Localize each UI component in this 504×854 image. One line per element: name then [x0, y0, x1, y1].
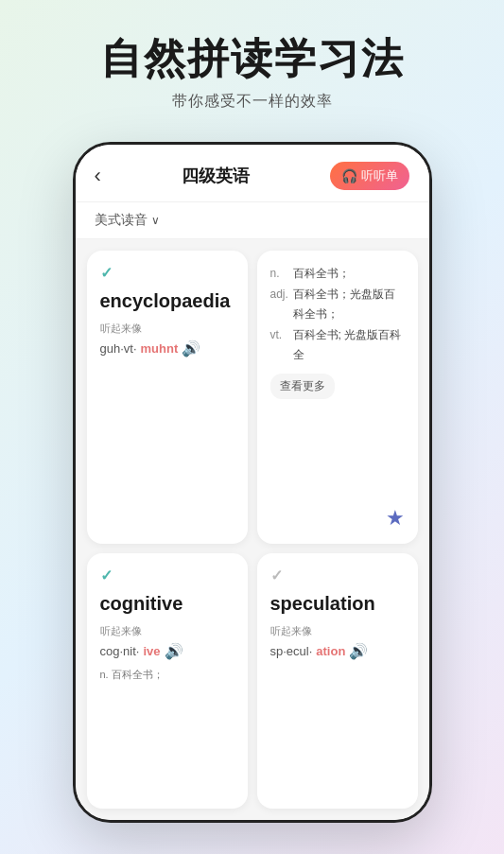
phone-screen: ‹ 四级英语 🎧 听听单 美式读音 ∨ ✓ encyclopaedia 听起来像…: [76, 145, 429, 820]
phonetic-before-speculation: sp·ecul·: [270, 644, 313, 658]
word-card-speculation: ✓ speculation 听起来像 sp·ecul·ation 🔊: [257, 553, 418, 809]
def-line-vt: vt. 百科全书; 光盘版百科全: [270, 325, 405, 366]
listen-label: 听听单: [361, 167, 398, 184]
phonetic-stress-speculation: ation: [316, 644, 345, 658]
pronunciation-label: 美式读音: [95, 212, 148, 229]
word-card-cognitive: ✓ cognitive 听起来像 cog·nit·ive 🔊 n. 百科全书；: [87, 553, 248, 809]
word-speculation: speculation: [270, 592, 405, 615]
back-button[interactable]: ‹: [95, 164, 101, 188]
pronunciation-bar[interactable]: 美式读音 ∨: [76, 202, 429, 239]
sub-title: 带你感受不一样的效率: [19, 92, 485, 112]
sound-icon-1[interactable]: 🔊: [182, 340, 200, 357]
app-header: ‹ 四级英语 🎧 听听单: [76, 145, 429, 202]
word-encyclopaedia: encyclopaedia: [100, 289, 235, 312]
def-tag-adj: adj.: [270, 285, 289, 325]
headphone-icon: 🎧: [341, 168, 357, 183]
bottom-def-cognitive: n. 百科全书；: [100, 668, 235, 682]
star-icon[interactable]: ★: [386, 506, 405, 531]
phonetic-stress-1: muhnt: [141, 341, 179, 356]
check-mark-cognitive: ✓: [100, 566, 235, 584]
def-text-vt: 百科全书; 光盘版百科全: [293, 325, 405, 366]
dropdown-arrow: ∨: [151, 214, 160, 227]
phone-frame: ‹ 四级英语 🎧 听听单 美式读音 ∨ ✓ encyclopaedia 听起来像…: [73, 142, 432, 823]
def-line-n: n. 百科全书；: [270, 264, 405, 285]
main-title: 自然拼读学习法: [19, 34, 485, 84]
phonetic-stress-cognitive: ive: [143, 644, 160, 658]
phonetic-label-cognitive: 听起来像: [100, 624, 235, 638]
def-line-adj: adj. 百科全书；光盘版百科全书；: [270, 285, 405, 325]
def-tag-vt: vt.: [270, 325, 289, 366]
phonetic-before-cognitive: cog·nit·: [100, 644, 140, 658]
def-text-n: 百科全书；: [293, 264, 350, 285]
word-card-definitions: n. 百科全书； adj. 百科全书；光盘版百科全书； vt. 百科全书; 光盘…: [257, 251, 418, 544]
see-more-button[interactable]: 查看更多: [270, 374, 335, 399]
def-text-adj: 百科全书；光盘版百科全书；: [293, 285, 405, 325]
definition-area: n. 百科全书； adj. 百科全书；光盘版百科全书； vt. 百科全书; 光盘…: [270, 264, 405, 366]
check-mark-encyclopaedia: ✓: [100, 264, 235, 282]
listen-button[interactable]: 🎧 听听单: [330, 162, 409, 190]
sound-icon-speculation[interactable]: 🔊: [349, 642, 368, 660]
word-card-encyclopaedia: ✓ encyclopaedia 听起来像 guh·vt·muhnt 🔊: [87, 251, 248, 544]
sound-icon-cognitive[interactable]: 🔊: [165, 642, 183, 660]
word-cognitive: cognitive: [100, 592, 235, 615]
phonetic-label-speculation: 听起来像: [270, 624, 405, 638]
page-title: 四级英语: [182, 165, 250, 187]
phonetic-before-1: guh·vt·: [100, 341, 137, 356]
def-tag-n: n.: [270, 264, 289, 285]
cards-container: ✓ encyclopaedia 听起来像 guh·vt·muhnt 🔊 n. 百…: [76, 239, 429, 820]
header-section: 自然拼读学习法 带你感受不一样的效率: [0, 0, 504, 131]
phonetic-text-1: guh·vt·muhnt 🔊: [100, 340, 235, 357]
phonetic-text-cognitive: cog·nit·ive 🔊: [100, 642, 235, 660]
phonetic-text-speculation: sp·ecul·ation 🔊: [270, 642, 405, 660]
phonetic-label-1: 听起来像: [100, 322, 235, 336]
check-mark-speculation: ✓: [270, 566, 405, 584]
